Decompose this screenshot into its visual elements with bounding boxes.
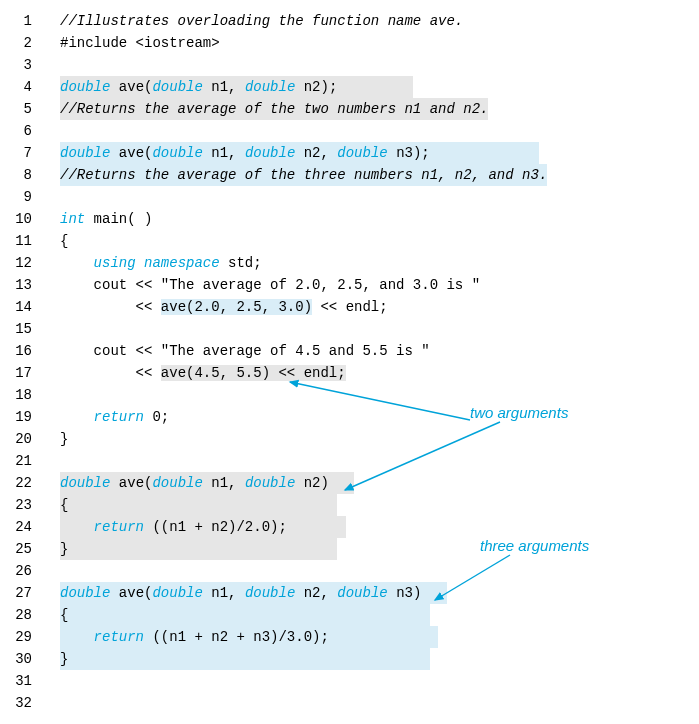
highlight-blue: double ave(double n1, double n2, double … [60, 582, 447, 604]
line-number: 19 [0, 406, 60, 428]
line-number: 29 [0, 626, 60, 648]
code-text: 0; [144, 409, 169, 425]
line-number: 9 [0, 186, 60, 208]
line-number: 8 [0, 164, 60, 186]
line-number: 6 [0, 120, 60, 142]
line-number: 2 [0, 32, 60, 54]
line-number: 13 [0, 274, 60, 296]
line-number: 12 [0, 252, 60, 274]
code-listing: 1//Illustrates overloading the function … [0, 10, 689, 714]
highlight-blue: } [60, 648, 430, 670]
annotation-two-arguments: two arguments [470, 402, 568, 424]
line-number: 11 [0, 230, 60, 252]
line-number: 15 [0, 318, 60, 340]
line-number: 10 [0, 208, 60, 230]
highlight-gray: ave(4.5, 5.5) << endl; [161, 365, 346, 381]
highlight-gray: return ((n1 + n2)/2.0); [60, 516, 346, 538]
line-number: 30 [0, 648, 60, 670]
line-number: 24 [0, 516, 60, 538]
line-number: 3 [0, 54, 60, 76]
highlight-blue: //Returns the average of the three numbe… [60, 164, 547, 186]
line-number: 25 [0, 538, 60, 560]
highlight-gray: } [60, 538, 337, 560]
code-text: std; [220, 255, 262, 271]
code-text: { [60, 230, 689, 252]
annotation-three-arguments: three arguments [480, 535, 589, 557]
line-number: 18 [0, 384, 60, 406]
highlight-blue: return ((n1 + n2 + n3)/3.0); [60, 626, 438, 648]
keyword: using [94, 255, 136, 271]
highlight-gray: //Returns the average of the two numbers… [60, 98, 488, 120]
code-text: #include <iostream> [60, 32, 689, 54]
line-number: 7 [0, 142, 60, 164]
line-number: 4 [0, 76, 60, 98]
keyword: return [94, 409, 144, 425]
code-text: main( ) [85, 211, 152, 227]
comment: //Illustrates overloading the function n… [60, 13, 463, 29]
highlight-blue: { [60, 604, 430, 626]
line-number: 20 [0, 428, 60, 450]
highlight-gray: double ave(double n1, double n2); [60, 76, 413, 98]
line-number: 16 [0, 340, 60, 362]
code-text: cout << "The average of 2.0, 2.5, and 3.… [60, 274, 689, 296]
line-number: 1 [0, 10, 60, 32]
line-number: 26 [0, 560, 60, 582]
highlight-gray: double ave(double n1, double n2) [60, 472, 354, 494]
line-number: 32 [0, 692, 60, 714]
highlight-blue: double ave(double n1, double n2, double … [60, 142, 539, 164]
line-number: 22 [0, 472, 60, 494]
line-number: 31 [0, 670, 60, 692]
line-number: 14 [0, 296, 60, 318]
line-number: 17 [0, 362, 60, 384]
line-number: 28 [0, 604, 60, 626]
highlight-blue: ave(2.0, 2.5, 3.0) [161, 299, 312, 315]
code-text: << endl; [312, 299, 388, 315]
line-number: 23 [0, 494, 60, 516]
line-number: 27 [0, 582, 60, 604]
line-number: 5 [0, 98, 60, 120]
keyword: int [60, 211, 85, 227]
code-text: } [60, 428, 689, 450]
highlight-gray: { [60, 494, 337, 516]
keyword: namespace [144, 255, 220, 271]
line-number: 21 [0, 450, 60, 472]
code-text: cout << "The average of 4.5 and 5.5 is " [60, 340, 689, 362]
